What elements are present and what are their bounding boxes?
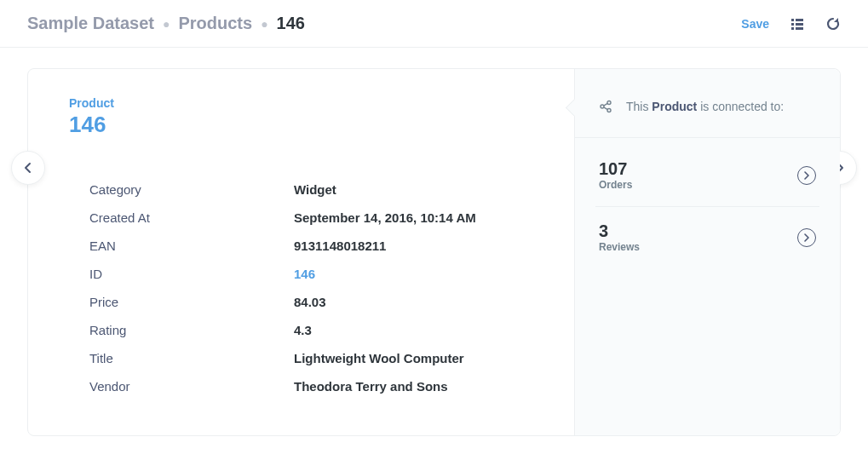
detail-value: 84.03: [294, 295, 326, 309]
main-panel: Product 146 CategoryWidgetCreated AtSept…: [28, 69, 574, 435]
breadcrumb-dataset[interactable]: Sample Dataset: [27, 14, 154, 33]
breadcrumb: Sample Dataset ● Products ● 146: [27, 14, 305, 33]
relation-item[interactable]: 3Reviews: [595, 207, 819, 268]
detail-label: ID: [89, 267, 294, 281]
detail-label: Created At: [89, 210, 294, 225]
svg-line-9: [604, 103, 608, 106]
detail-row: Created AtSeptember 14, 2016, 10:14 AM: [89, 204, 540, 232]
detail-value: Lightweight Wool Computer: [294, 351, 464, 365]
svg-rect-3: [796, 23, 803, 26]
detail-row: ID146: [89, 260, 540, 288]
detail-value: September 14, 2016, 10:14 AM: [294, 210, 476, 225]
detail-value: Theodora Terry and Sons: [294, 379, 448, 394]
detail-value[interactable]: 146: [294, 267, 315, 281]
detail-row: EAN9131148018211: [89, 232, 540, 260]
editor-icon[interactable]: [790, 16, 805, 32]
detail-value: 9131148018211: [294, 239, 386, 253]
relation-label: Reviews: [599, 241, 640, 253]
svg-rect-2: [791, 23, 794, 26]
svg-point-7: [601, 105, 604, 108]
detail-row: TitleLightweight Wool Computer: [89, 344, 540, 372]
detail-label: Price: [89, 295, 294, 309]
entity-type-label: Product: [69, 96, 540, 110]
chevron-right-icon: [797, 166, 816, 185]
entity-id-display: 146: [69, 112, 540, 138]
detail-label: Title: [89, 351, 294, 365]
detail-label: Vendor: [89, 379, 294, 394]
refresh-icon[interactable]: [825, 16, 841, 32]
breadcrumb-separator: ●: [261, 17, 267, 31]
breadcrumb-separator: ●: [163, 17, 170, 31]
relation-count: 3: [599, 222, 640, 239]
detail-card: Product 146 CategoryWidgetCreated AtSept…: [27, 68, 841, 436]
detail-row: Price84.03: [89, 288, 540, 316]
svg-rect-1: [796, 19, 803, 21]
content-area: Product 146 CategoryWidgetCreated AtSept…: [0, 48, 868, 457]
detail-label: Category: [89, 182, 294, 197]
svg-rect-5: [796, 27, 803, 30]
svg-rect-0: [791, 19, 794, 21]
previous-record-button[interactable]: [11, 151, 45, 185]
share-icon: [599, 100, 612, 113]
relations-header-text: This Product is connected to:: [626, 100, 784, 113]
breadcrumb-table[interactable]: Products: [178, 14, 252, 33]
svg-rect-4: [791, 27, 794, 30]
detail-label: EAN: [89, 239, 294, 253]
detail-row: Rating4.3: [89, 316, 540, 344]
relation-count: 107: [599, 160, 632, 177]
relation-item[interactable]: 107Orders: [595, 145, 819, 207]
save-button[interactable]: Save: [741, 17, 769, 31]
header-actions: Save: [741, 16, 841, 32]
details-list: CategoryWidgetCreated AtSeptember 14, 20…: [69, 175, 540, 400]
relations-header: This Product is connected to:: [575, 69, 840, 138]
detail-row: CategoryWidget: [89, 175, 540, 204]
svg-line-10: [604, 107, 608, 110]
relations-panel: This Product is connected to: 107Orders3…: [574, 69, 840, 435]
detail-row: VendorTheodora Terry and Sons: [89, 372, 540, 400]
detail-label: Rating: [89, 323, 294, 337]
breadcrumb-id: 146: [277, 14, 305, 33]
detail-value: Widget: [294, 182, 336, 197]
page-header: Sample Dataset ● Products ● 146 Save: [0, 0, 868, 48]
detail-value: 4.3: [294, 323, 312, 337]
svg-point-6: [607, 101, 611, 105]
svg-point-8: [607, 109, 611, 112]
chevron-right-icon: [797, 228, 816, 247]
relation-label: Orders: [599, 179, 632, 191]
relations-list: 107Orders3Reviews: [575, 138, 840, 275]
